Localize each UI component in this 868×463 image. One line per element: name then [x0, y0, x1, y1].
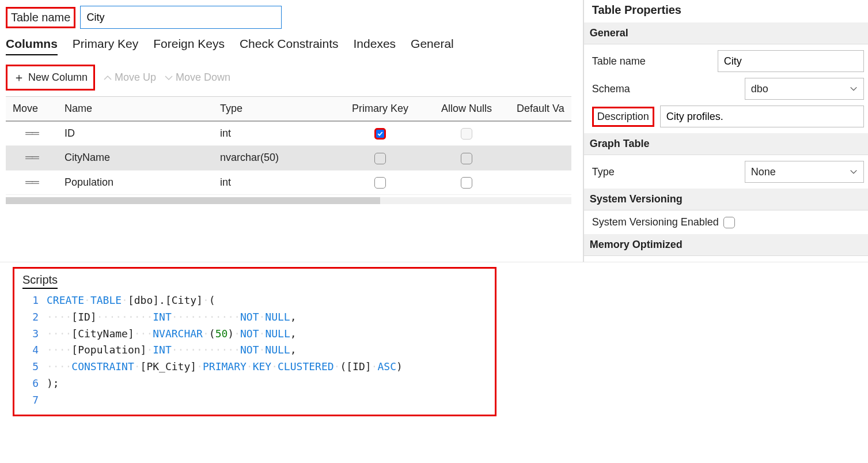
table-name-input[interactable] [80, 6, 282, 29]
section-system-versioning: System Versioning [584, 189, 868, 210]
horizontal-scrollbar[interactable] [6, 197, 571, 204]
prop-table-name-input[interactable] [718, 50, 864, 72]
columns-grid: Move Name Type Primary Key Allow Nulls D… [6, 96, 571, 195]
properties-title: Table Properties [592, 3, 864, 17]
chevron-down-icon [850, 168, 858, 176]
table-row[interactable]: ══IDint [6, 122, 571, 146]
tab-primary-key[interactable]: Primary Key [73, 37, 138, 55]
col-name-header: Name [58, 97, 213, 121]
move-up-button[interactable]: Move Up [103, 71, 156, 84]
drag-handle-icon[interactable]: ══ [6, 122, 58, 145]
prop-type-value: None [751, 166, 776, 178]
cell-type: int [213, 122, 337, 145]
pk-checkbox[interactable] [374, 128, 386, 140]
prop-sysver-checkbox[interactable] [723, 217, 735, 228]
tab-list: ColumnsPrimary KeyForeign KeysCheck Cons… [6, 37, 571, 55]
move-up-label: Move Up [115, 71, 156, 84]
plus-icon: ＋ [13, 70, 25, 85]
nulls-checkbox[interactable] [461, 153, 472, 164]
cell-name: ID [58, 122, 213, 145]
cell-name: CityName [58, 146, 213, 170]
prop-description-input[interactable] [660, 106, 864, 127]
pk-checkbox[interactable] [374, 153, 386, 164]
table-name-label: Table name [6, 7, 75, 28]
pk-checkbox[interactable] [374, 177, 386, 189]
script-code[interactable]: 1CREATE·TABLE·[dbo].[City]·(2····[ID]···… [22, 292, 487, 409]
nulls-checkbox[interactable] [461, 177, 472, 189]
cell-default [510, 152, 571, 164]
prop-table-name-label: Table name [592, 55, 712, 67]
chevron-down-icon [164, 73, 173, 82]
prop-type-select[interactable]: None [745, 161, 864, 183]
scripts-title: Scripts [22, 273, 58, 289]
move-down-button[interactable]: Move Down [164, 71, 230, 84]
tab-general[interactable]: General [411, 37, 454, 55]
tab-foreign-keys[interactable]: Foreign Keys [153, 37, 225, 55]
table-row[interactable]: ══Populationint [6, 171, 571, 195]
prop-schema-label: Schema [592, 83, 739, 95]
chevron-down-icon [850, 85, 858, 93]
move-down-label: Move Down [176, 71, 230, 84]
cell-default [510, 176, 571, 188]
chevron-up-icon [103, 73, 112, 82]
new-column-label: New Column [28, 71, 88, 84]
prop-type-label: Type [592, 166, 739, 178]
col-default-header: Default Va [510, 97, 571, 121]
tab-check-constraints[interactable]: Check Constraints [240, 37, 339, 55]
table-row[interactable]: ══CityNamenvarchar(50) [6, 146, 571, 170]
drag-handle-icon[interactable]: ══ [6, 171, 58, 194]
prop-description-label: Description [592, 107, 654, 127]
col-nulls-header: Allow Nulls [423, 97, 510, 121]
prop-schema-select[interactable]: dbo [745, 78, 864, 100]
scripts-panel: Scripts 1CREATE·TABLE·[dbo].[City]·(2···… [13, 267, 496, 416]
cell-type: int [213, 171, 337, 194]
drag-handle-icon[interactable]: ══ [6, 146, 58, 170]
cell-name: Population [58, 171, 213, 194]
prop-sysver-label: System Versioning Enabled [592, 216, 719, 228]
tab-columns[interactable]: Columns [6, 37, 58, 55]
col-move-header: Move [6, 97, 58, 121]
tab-indexes[interactable]: Indexes [354, 37, 396, 55]
section-memory-optimized: Memory Optimized [584, 234, 868, 256]
cell-type: nvarchar(50) [213, 146, 337, 170]
cell-default [510, 128, 571, 140]
col-pk-header: Primary Key [337, 97, 423, 121]
col-type-header: Type [213, 97, 337, 121]
section-general: General [584, 22, 868, 44]
prop-schema-value: dbo [751, 83, 768, 95]
new-column-button[interactable]: ＋ New Column [6, 65, 95, 91]
nulls-checkbox [461, 128, 472, 140]
section-graph-table: Graph Table [584, 133, 868, 155]
